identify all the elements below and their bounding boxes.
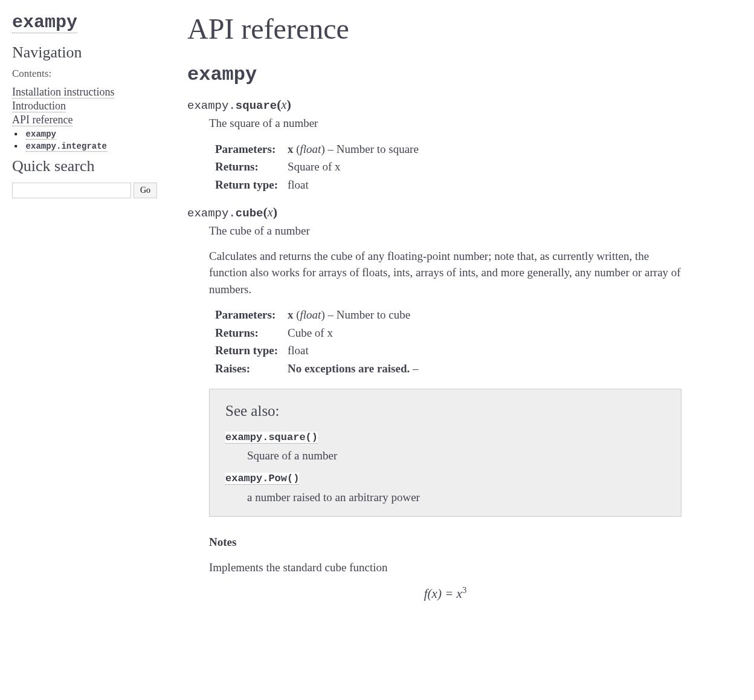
see-also-desc: a number raised to an arbitrary power xyxy=(247,489,665,506)
function-cube-summary: The cube of a number xyxy=(209,222,682,239)
param-desc: Number to cube xyxy=(337,308,410,321)
param-type: float xyxy=(300,143,321,155)
field-list: Parameters: x (float) – Number to cube R… xyxy=(209,306,419,377)
module-title: exampy xyxy=(187,63,682,86)
field-value-rtype: float xyxy=(288,342,419,360)
raises-desc: No exceptions are raised. xyxy=(288,362,410,375)
see-also-desc: Square of a number xyxy=(247,447,665,464)
notes-text: Implements the standard cube function xyxy=(209,559,682,576)
see-also-link-square[interactable]: exampy.square() xyxy=(225,432,318,444)
see-also-link-pow[interactable]: exampy.Pow() xyxy=(225,473,299,485)
nav-subitem: exampy xyxy=(12,129,157,139)
nav-sublist: exampy exampy.integrate xyxy=(12,129,157,151)
function-square-signature: exampy.square(x) xyxy=(187,97,682,112)
nav-subitem: exampy.integrate xyxy=(12,141,157,151)
field-list: Parameters: x (float) – Number to square… xyxy=(209,140,419,194)
function-cube-long: Calculates and returns the cube of any f… xyxy=(209,248,682,298)
formula-rhs-base: x xyxy=(457,586,462,601)
function-cube: exampy.cube(x) The cube of a number Calc… xyxy=(187,204,682,603)
param-name: x xyxy=(268,206,273,219)
field-label-parameters: Parameters: xyxy=(209,140,288,158)
function-square: exampy.square(x) The square of a number … xyxy=(187,97,682,193)
formula: f(x) = x3 xyxy=(209,584,682,603)
see-also-title: See also: xyxy=(225,400,665,422)
formula-eq: = xyxy=(442,586,457,601)
formula-rhs-exp: 3 xyxy=(462,585,466,595)
contents-caption: Contents: xyxy=(12,68,157,80)
see-also-box: See also: exampy.square() Square of a nu… xyxy=(209,389,682,517)
see-also-item: exampy.Pow() xyxy=(225,472,665,487)
sidebar: exampy Navigation Contents: Installation… xyxy=(0,0,169,638)
site-title: exampy xyxy=(12,12,157,33)
field-value-rtype: float xyxy=(288,176,419,194)
field-value-returns: Square of x xyxy=(288,158,419,176)
param-name-bold: x xyxy=(288,143,294,155)
field-label-parameters: Parameters: xyxy=(209,306,288,324)
paren-open: ( xyxy=(263,204,267,219)
param-type: float xyxy=(300,308,321,321)
search-input[interactable] xyxy=(12,183,131,198)
paren-open: ( xyxy=(277,97,281,112)
field-label-rtype: Return type: xyxy=(209,342,288,360)
field-label-raises: Raises: xyxy=(209,360,288,378)
nav-link-installation[interactable]: Installation instructions xyxy=(12,86,114,99)
function-square-summary: The square of a number xyxy=(209,115,682,132)
nav-item: API reference exampy exampy.integrate xyxy=(12,114,157,151)
paren-close: ) xyxy=(286,97,291,112)
module-prefix: exampy. xyxy=(187,99,236,112)
param-name-bold: x xyxy=(288,308,294,321)
search-button[interactable]: Go xyxy=(134,183,157,198)
nav-list: Installation instructions Introduction A… xyxy=(12,86,157,151)
field-value-returns: Cube of x xyxy=(288,324,419,342)
nav-heading: Navigation xyxy=(12,44,157,62)
notes-heading: Notes xyxy=(209,534,682,551)
field-label-rtype: Return type: xyxy=(209,176,288,194)
function-name: square xyxy=(236,99,277,112)
function-name: cube xyxy=(236,207,263,220)
nav-link-exampy[interactable]: exampy xyxy=(26,129,56,140)
function-cube-body: The cube of a number Calculates and retu… xyxy=(209,222,682,603)
field-value-raises: No exceptions are raised. – xyxy=(288,360,419,378)
nav-link-exampy-integrate[interactable]: exampy.integrate xyxy=(26,141,107,152)
search-form: Go xyxy=(12,183,157,198)
see-also-item: exampy.square() xyxy=(225,430,665,446)
formula-lhs: f(x) xyxy=(424,586,442,601)
search-heading: Quick search xyxy=(12,157,157,175)
field-label-returns: Returns: xyxy=(209,324,288,342)
function-square-body: The square of a number Parameters: x (fl… xyxy=(209,115,682,193)
field-value-parameters: x (float) – Number to square xyxy=(288,140,419,158)
page-title: API reference xyxy=(187,12,682,45)
nav-item: Introduction xyxy=(12,100,157,112)
field-label-returns: Returns: xyxy=(209,158,288,176)
site-title-link[interactable]: exampy xyxy=(12,12,77,33)
nav-link-api-reference[interactable]: API reference xyxy=(12,114,72,126)
param-desc: Number to square xyxy=(337,143,419,155)
nav-link-introduction[interactable]: Introduction xyxy=(12,100,66,112)
main-content: API reference exampy exampy.square(x) Th… xyxy=(169,0,754,638)
field-value-parameters: x (float) – Number to cube xyxy=(288,306,419,324)
nav-item: Installation instructions xyxy=(12,86,157,99)
function-cube-signature: exampy.cube(x) xyxy=(187,204,682,220)
paren-close: ) xyxy=(273,204,277,219)
module-prefix: exampy. xyxy=(187,207,236,220)
